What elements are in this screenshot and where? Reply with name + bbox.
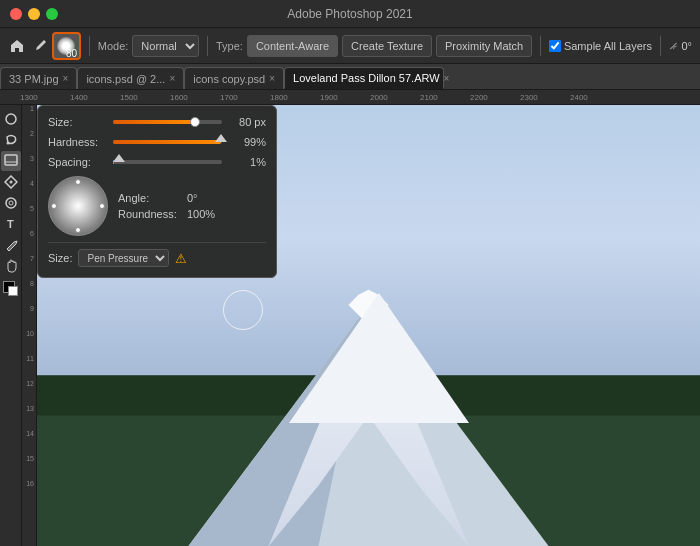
svg-point-5 [9,181,12,184]
v-ruler-tick: 10 [22,330,36,355]
ruler-tick: 1700 [220,93,270,102]
color-boxes[interactable] [3,281,19,297]
mode-select[interactable]: Normal Darken Lighten [132,35,199,57]
type-label: Type: [216,40,243,52]
tab-icons-copy[interactable]: icons copy.psd × [184,67,284,89]
svg-point-7 [9,201,13,205]
lasso-tool[interactable] [1,130,21,150]
svg-rect-11 [37,375,700,415]
ruler-tick: 2400 [570,93,620,102]
top-toolbar: 80 Mode: Normal Darken Lighten Type: Con… [0,28,700,64]
ruler-numbers: 1300 1400 1500 1600 1700 1800 1900 2000 … [20,93,620,102]
size-slider-thumb[interactable] [190,117,200,127]
spacing-slider-thumb[interactable] [113,154,125,162]
home-button[interactable] [8,32,26,60]
main-area: T 1 2 3 4 5 6 7 8 9 10 11 12 13 [0,105,700,546]
brush-size-button[interactable]: 80 [52,32,81,60]
svg-point-0 [6,114,16,124]
brush-handle-top[interactable] [75,179,81,185]
spacing-slider-track[interactable] [113,160,222,164]
titlebar: Adobe Photoshop 2021 [0,0,700,28]
ruler-tick: 1500 [120,93,170,102]
roundness-label: Roundness: [118,208,183,220]
size-label: Size: [48,116,113,128]
brush-icon-button[interactable] [30,32,48,60]
size-slider-track[interactable] [113,120,222,124]
pen-pressure-select[interactable]: Pen Pressure Off [78,249,169,267]
svg-text:T: T [7,218,14,230]
sample-all-layers-label[interactable]: Sample All Layers [549,40,652,52]
v-ruler-tick: 12 [22,380,36,405]
create-texture-button[interactable]: Create Texture [342,35,432,57]
tab-33pm[interactable]: 33 PM.jpg × [0,67,77,89]
ruler-tick: 2100 [420,93,470,102]
vertical-ruler: 1 2 3 4 5 6 7 8 9 10 11 12 13 14 15 16 [22,105,37,546]
tab-33pm-label: 33 PM.jpg [9,73,59,85]
crop-tool[interactable] [1,172,21,192]
hardness-label: Hardness: [48,136,113,148]
spot-healing-tool[interactable] [1,193,21,213]
warning-icon: ⚠ [175,251,187,266]
ruler-tick: 2300 [520,93,570,102]
angle-label: Angle: [118,192,183,204]
tab-icons-copy-close[interactable]: × [269,73,275,84]
hardness-slider-fill [113,140,221,144]
svg-point-1 [6,142,9,145]
v-ruler-tick: 2 [22,130,36,155]
content-aware-button[interactable]: Content-Aware [247,35,338,57]
angle-value-row: Angle: 0° [118,192,215,204]
traffic-lights [10,8,58,20]
hardness-slider-thumb[interactable] [215,134,227,142]
brush-handle-right[interactable] [99,203,105,209]
v-ruler-tick: 9 [22,305,36,330]
tab-icons-psd-close[interactable]: × [169,73,175,84]
roundness-value-display: 100% [187,208,215,220]
brush-handle-left[interactable] [51,203,57,209]
brush-tool[interactable] [1,151,21,171]
size-row: Size: 80 px [48,116,266,128]
app-title: Adobe Photoshop 2021 [287,7,412,21]
tab-loveland-label: Loveland Pass Dillon 57.ARW [293,72,440,84]
tab-icons-psd[interactable]: icons.psd @ 2... × [77,67,184,89]
brush-angle-preview[interactable] [48,176,108,236]
maximize-button[interactable] [46,8,58,20]
sample-all-layers-checkbox[interactable] [549,40,561,52]
canvas-area[interactable]: Size: 80 px Hardness: 99% Spacing: [37,105,700,546]
brush-options-panel: Size: 80 px Hardness: 99% Spacing: [37,105,277,278]
tabs-bar: 33 PM.jpg × icons.psd @ 2... × icons cop… [0,64,700,90]
v-ruler-tick: 13 [22,405,36,430]
hardness-row: Hardness: 99% [48,136,266,148]
hardness-slider-track[interactable] [113,140,222,144]
ruler-tick: 1800 [270,93,320,102]
ruler-tick: 2000 [370,93,420,102]
v-ruler-tick: 4 [22,180,36,205]
size-slider-fill [113,120,195,124]
tab-loveland-close[interactable]: × [444,73,450,84]
brush-size-value: 80 [66,48,77,59]
hardness-value: 99% [226,136,266,148]
ruler-tick: 1900 [320,93,370,102]
v-ruler-tick: 11 [22,355,36,380]
v-ruler-tick: 16 [22,480,36,505]
selection-tool[interactable] [1,109,21,129]
close-button[interactable] [10,8,22,20]
background-color[interactable] [8,286,18,296]
v-ruler-tick: 14 [22,430,36,455]
v-ruler-tick: 5 [22,205,36,230]
v-ruler-tick: 7 [22,255,36,280]
tab-loveland[interactable]: Loveland Pass Dillon 57.ARW × [284,67,444,89]
toolbar-divider-2 [207,36,208,56]
proximity-match-button[interactable]: Proximity Match [436,35,532,57]
ruler-tick: 2200 [470,93,520,102]
size-bottom-row: Size: Pen Pressure Off ⚠ [48,242,266,267]
minimize-button[interactable] [28,8,40,20]
size-value: 80 px [226,116,266,128]
pen-tool[interactable] [1,235,21,255]
hand-tool[interactable] [1,256,21,276]
tab-33pm-close[interactable]: × [63,73,69,84]
brush-handle-bottom[interactable] [75,227,81,233]
type-tool[interactable]: T [1,214,21,234]
angle-roundness-row: Angle: 0° Roundness: 100% [48,176,266,236]
v-ruler-tick: 6 [22,230,36,255]
size-bottom-label: Size: [48,252,72,264]
